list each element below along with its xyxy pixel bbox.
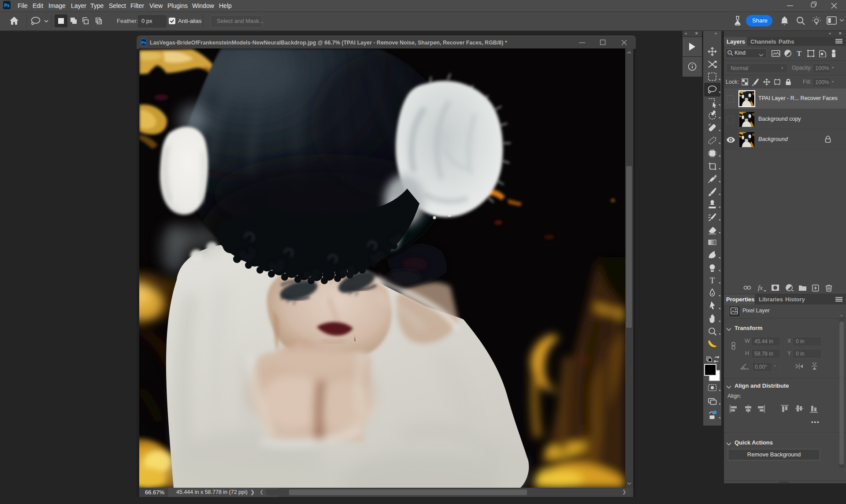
svg-text:T: T [710, 276, 715, 285]
svg-text:Ps: Ps [4, 3, 10, 8]
svg-text:T: T [797, 50, 801, 57]
svg-text:Ps: Ps [141, 41, 146, 45]
svg-text:fx: fx [758, 284, 763, 291]
